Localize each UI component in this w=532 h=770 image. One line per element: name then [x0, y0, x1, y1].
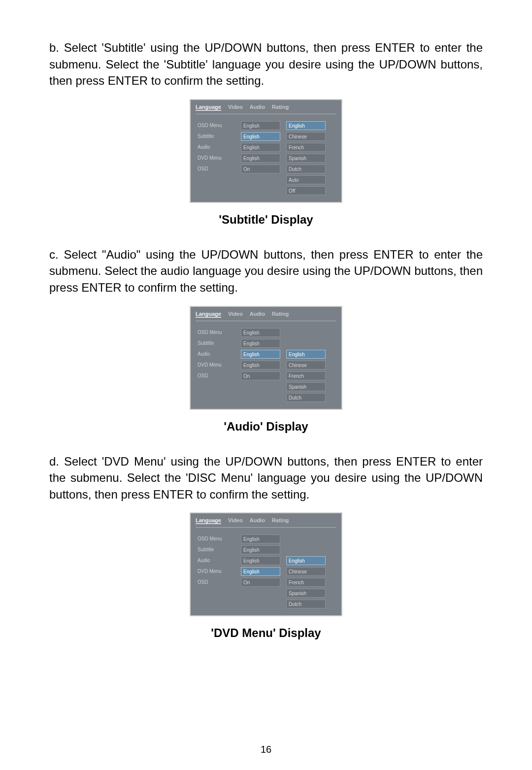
- osd-mid-value: English: [241, 556, 280, 565]
- osd-right-option: Chinese: [286, 567, 326, 576]
- step-letter-b: b.: [49, 41, 59, 54]
- section-b: b. Select 'Subtitle' using the UP/DOWN b…: [49, 39, 483, 227]
- caption-b: 'Subtitle' Display: [49, 213, 483, 227]
- osd-tab: Language: [196, 517, 221, 524]
- osd-right-option: Spanish: [286, 154, 326, 163]
- osd-left-item: Subtitle: [196, 545, 235, 554]
- osd-tab: Language: [196, 104, 221, 111]
- osd-mid-value: English: [241, 154, 280, 163]
- osd-mid-value: English: [241, 545, 280, 554]
- osd-left-item: OSD Menu: [196, 328, 235, 337]
- osd-tab: Video: [228, 311, 243, 318]
- osd-mid-value: English: [241, 121, 280, 130]
- osd-wrap-d: LanguageVideoAudioRatingOSD MenuSubtitle…: [49, 512, 483, 616]
- osd-screenshot-audio: LanguageVideoAudioRatingOSD MenuSubtitle…: [190, 306, 342, 410]
- osd-left-item: Subtitle: [196, 339, 235, 348]
- osd-right-option: Off: [286, 186, 326, 195]
- osd-right-option: English: [286, 556, 326, 565]
- osd-screenshot-dvdmenu: LanguageVideoAudioRatingOSD MenuSubtitle…: [190, 512, 342, 616]
- osd-right-option: French: [286, 371, 326, 380]
- osd-tab: Audio: [250, 104, 265, 111]
- osd-left-item: OSD Menu: [196, 535, 235, 543]
- osd-right-option: Chinese: [286, 132, 326, 141]
- osd-mid-value: On: [241, 371, 280, 380]
- step-text-d: Select 'DVD Menu' using the UP/DOWN butt…: [49, 455, 483, 501]
- osd-left-item: Subtitle: [196, 132, 235, 141]
- osd-right-option: Auto: [286, 175, 326, 184]
- osd-left-item: DVD Menu: [196, 567, 235, 576]
- paragraph-d: d. Select 'DVD Menu' using the UP/DOWN b…: [49, 453, 483, 503]
- osd-right-option: English: [286, 121, 326, 130]
- osd-tab: Video: [228, 517, 243, 524]
- osd-mid-value: On: [241, 165, 280, 173]
- osd-right-option: Dutch: [286, 165, 326, 173]
- osd-tab: Rating: [272, 517, 289, 524]
- osd-wrap-b: LanguageVideoAudioRatingOSD MenuSubtitle…: [49, 99, 483, 203]
- osd-tab: Rating: [272, 311, 289, 318]
- osd-screenshot-subtitle: LanguageVideoAudioRatingOSD MenuSubtitle…: [190, 99, 342, 203]
- step-letter-c: c.: [49, 248, 59, 261]
- section-c: c. Select "Audio" using the UP/DOWN butt…: [49, 246, 483, 434]
- osd-left-item: OSD: [196, 578, 235, 587]
- step-text-b: Select 'Subtitle' using the UP/DOWN butt…: [49, 41, 483, 87]
- osd-right-option: Spanish: [286, 382, 326, 391]
- osd-right-option: Dutch: [286, 393, 326, 402]
- caption-c: 'Audio' Display: [49, 420, 483, 434]
- osd-left-item: OSD Menu: [196, 121, 235, 130]
- osd-left-item: Audio: [196, 350, 235, 359]
- osd-mid-value: English: [241, 143, 280, 152]
- osd-mid-value: English: [241, 361, 280, 369]
- page-number: 16: [0, 744, 532, 755]
- caption-d: 'DVD Menu' Display: [49, 626, 483, 640]
- step-text-c: Select "Audio" using the UP/DOWN buttons…: [49, 248, 483, 294]
- osd-mid-value: English: [241, 350, 280, 359]
- osd-tab: Audio: [250, 517, 265, 524]
- osd-right-option: English: [286, 350, 326, 359]
- osd-mid-value: English: [241, 339, 280, 348]
- osd-left-item: Audio: [196, 143, 235, 152]
- osd-left-item: Audio: [196, 556, 235, 565]
- osd-tab: Audio: [250, 311, 265, 318]
- osd-right-option: Chinese: [286, 361, 326, 369]
- osd-mid-value: English: [241, 328, 280, 337]
- osd-left-item: DVD Menu: [196, 361, 235, 369]
- osd-left-item: DVD Menu: [196, 154, 235, 163]
- osd-mid-value: English: [241, 567, 280, 576]
- paragraph-b: b. Select 'Subtitle' using the UP/DOWN b…: [49, 39, 483, 89]
- osd-left-item: OSD: [196, 371, 235, 380]
- osd-tab: Language: [196, 311, 221, 318]
- osd-mid-value: On: [241, 578, 280, 587]
- osd-mid-value: English: [241, 132, 280, 141]
- osd-wrap-c: LanguageVideoAudioRatingOSD MenuSubtitle…: [49, 306, 483, 410]
- osd-mid-value: English: [241, 535, 280, 543]
- osd-left-item: OSD: [196, 165, 235, 173]
- osd-tab: Rating: [272, 104, 289, 111]
- section-d: d. Select 'DVD Menu' using the UP/DOWN b…: [49, 453, 483, 640]
- osd-right-option: Spanish: [286, 589, 326, 598]
- osd-right-option: French: [286, 143, 326, 152]
- osd-right-option: Dutch: [286, 600, 326, 608]
- paragraph-c: c. Select "Audio" using the UP/DOWN butt…: [49, 246, 483, 296]
- step-letter-d: d.: [49, 455, 59, 468]
- osd-right-option: French: [286, 578, 326, 587]
- osd-tab: Video: [228, 104, 243, 111]
